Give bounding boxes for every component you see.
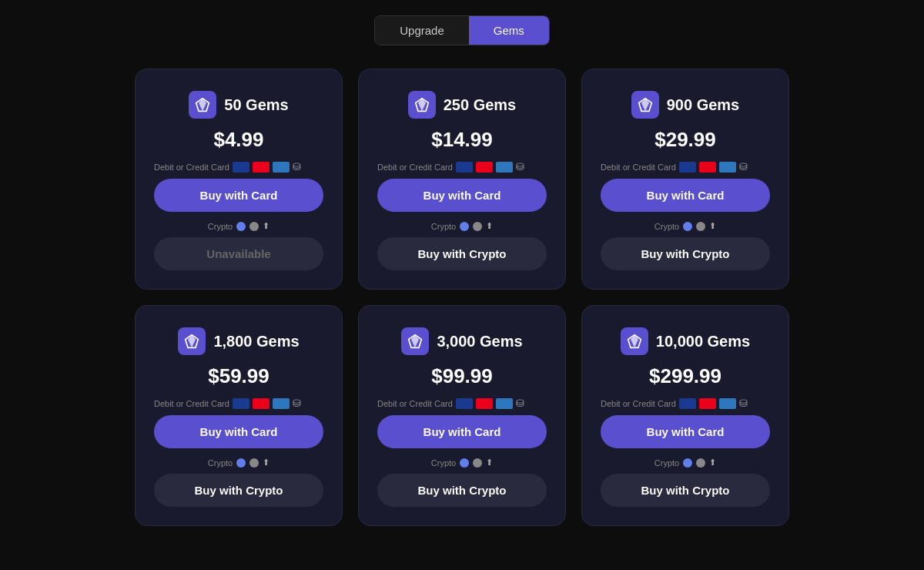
eth-icon: [683, 222, 692, 231]
gem-icon: [178, 327, 206, 355]
gems-grid: 50 Gems $4.99 Debit or Credit Card ⛁ Buy…: [119, 69, 805, 526]
gem-price: $29.99: [654, 128, 716, 152]
gem-price: $99.99: [431, 364, 493, 388]
buy-with-crypto-button[interactable]: Buy with Crypto: [601, 237, 770, 270]
buy-with-card-button[interactable]: Buy with Card: [154, 415, 323, 448]
card-section: Debit or Credit Card ⛁ Buy with Card: [154, 161, 323, 212]
card-icon-crypto: ⛁: [739, 161, 748, 173]
card-icon-mc: [476, 162, 493, 173]
crypto-payment-label: Crypto ⬆: [601, 221, 770, 231]
card-icon-amex: [273, 162, 290, 173]
gem-amount: 250 Gems: [444, 96, 517, 114]
card-icon-crypto: ⛁: [293, 161, 301, 173]
crypto-icon-2: [696, 458, 705, 468]
buy-with-crypto-button[interactable]: Buy with Crypto: [154, 474, 323, 507]
buy-with-card-button[interactable]: Buy with Card: [601, 179, 770, 212]
gem-amount: 1,800 Gems: [213, 333, 299, 350]
card-section: Debit or Credit Card ⛁ Buy with Card: [377, 397, 547, 448]
gem-icon: [408, 91, 436, 119]
card-icon-mc: [253, 398, 270, 409]
gem-card-gems-250: 250 Gems $14.99 Debit or Credit Card ⛁ B…: [358, 69, 566, 290]
card-icon-visa: [456, 162, 473, 173]
card-icon-amex: [496, 398, 513, 409]
card-label-text: Debit or Credit Card: [377, 163, 453, 172]
gem-title: 250 Gems: [408, 91, 517, 119]
buy-with-crypto-button[interactable]: Buy with Crypto: [377, 474, 547, 507]
crypto-arrow-icon: ⬆: [263, 458, 270, 468]
eth-icon: [683, 458, 692, 468]
crypto-payment-label: Crypto ⬆: [377, 458, 547, 468]
eth-icon: [460, 458, 469, 468]
gem-card-gems-1800: 1,800 Gems $59.99 Debit or Credit Card ⛁…: [135, 305, 343, 526]
crypto-label-text: Crypto: [431, 458, 456, 468]
crypto-payment-label: Crypto ⬆: [154, 458, 323, 468]
crypto-payment-label: Crypto ⬆: [154, 221, 323, 231]
gem-icon: [621, 327, 648, 355]
card-label-text: Debit or Credit Card: [377, 399, 453, 408]
crypto-arrow-icon: ⬆: [263, 221, 270, 231]
card-payment-label: Debit or Credit Card ⛁: [601, 397, 770, 409]
buy-with-card-button[interactable]: Buy with Card: [377, 179, 547, 212]
crypto-label-text: Crypto: [654, 458, 679, 468]
card-icon-mc: [253, 162, 270, 173]
gem-icon: [631, 91, 659, 119]
crypto-label-text: Crypto: [431, 222, 456, 231]
card-icon-crypto: ⛁: [293, 397, 301, 409]
card-payment-label: Debit or Credit Card ⛁: [154, 161, 323, 173]
buy-with-card-button[interactable]: Buy with Card: [601, 415, 770, 448]
card-icon-crypto: ⛁: [516, 161, 524, 173]
crypto-label-text: Crypto: [208, 222, 233, 231]
gem-price: $299.99: [649, 364, 721, 388]
crypto-section: Crypto ⬆ Buy with Crypto: [601, 221, 770, 270]
gem-title: 900 Gems: [631, 91, 740, 119]
crypto-arrow-icon: ⬆: [486, 221, 493, 231]
crypto-section: Crypto ⬆ Buy with Crypto: [377, 221, 547, 270]
card-payment-label: Debit or Credit Card ⛁: [377, 397, 547, 409]
buy-with-card-button[interactable]: Buy with Card: [377, 415, 547, 448]
card-icon-crypto: ⛁: [739, 397, 748, 409]
gem-title: 10,000 Gems: [621, 327, 750, 355]
gem-amount: 900 Gems: [667, 96, 740, 114]
crypto-label-text: Crypto: [654, 222, 679, 231]
buy-with-card-button[interactable]: Buy with Card: [154, 179, 323, 212]
card-icon-visa: [233, 162, 249, 173]
gem-card-gems-50: 50 Gems $4.99 Debit or Credit Card ⛁ Buy…: [135, 69, 343, 290]
gem-title: 1,800 Gems: [178, 327, 299, 355]
gem-title: 50 Gems: [189, 91, 288, 119]
gem-amount: 50 Gems: [224, 96, 288, 114]
crypto-arrow-icon: ⬆: [486, 458, 493, 468]
card-icon-visa: [456, 398, 473, 409]
gem-card-gems-3000: 3,000 Gems $99.99 Debit or Credit Card ⛁…: [358, 305, 566, 526]
gem-icon: [401, 327, 429, 355]
card-label-text: Debit or Credit Card: [601, 399, 676, 408]
gem-price: $59.99: [208, 364, 270, 388]
card-section: Debit or Credit Card ⛁ Buy with Card: [601, 397, 770, 448]
gem-title: 3,000 Gems: [401, 327, 522, 355]
gem-card-gems-10000: 10,000 Gems $299.99 Debit or Credit Card…: [581, 305, 789, 526]
crypto-icon-2: [473, 458, 482, 468]
card-icon-crypto: ⛁: [516, 397, 524, 409]
card-icon-amex: [719, 398, 736, 409]
tab-gems[interactable]: Gems: [469, 16, 549, 45]
tab-bar: Upgrade Gems: [374, 15, 550, 45]
card-icon-mc: [699, 162, 716, 173]
card-label-text: Debit or Credit Card: [601, 163, 676, 172]
card-payment-label: Debit or Credit Card ⛁: [601, 161, 770, 173]
gem-price: $4.99: [213, 128, 263, 152]
card-icon-visa: [679, 398, 696, 409]
gem-card-gems-900: 900 Gems $29.99 Debit or Credit Card ⛁ B…: [581, 69, 789, 290]
gem-amount: 10,000 Gems: [656, 333, 750, 350]
crypto-section: Crypto ⬆ Unavailable: [154, 221, 323, 270]
card-icon-mc: [476, 398, 493, 409]
card-section: Debit or Credit Card ⛁ Buy with Card: [601, 161, 770, 212]
card-label-text: Debit or Credit Card: [154, 163, 229, 172]
crypto-icon-2: [249, 458, 259, 468]
crypto-label-text: Crypto: [208, 458, 233, 468]
buy-with-crypto-button[interactable]: Buy with Crypto: [601, 474, 770, 507]
eth-icon: [236, 458, 246, 468]
tab-upgrade[interactable]: Upgrade: [375, 16, 469, 45]
card-section: Debit or Credit Card ⛁ Buy with Card: [377, 161, 547, 212]
card-payment-label: Debit or Credit Card ⛁: [154, 397, 323, 409]
card-icon-visa: [679, 162, 696, 173]
buy-with-crypto-button[interactable]: Buy with Crypto: [377, 237, 547, 270]
